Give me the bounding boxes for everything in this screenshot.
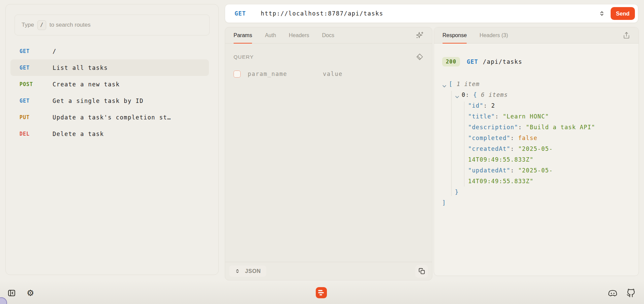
response-format-select[interactable]: JSON	[229, 266, 266, 277]
response-panel: ResponseHeaders (3) 200 GET /api/tasks […	[434, 27, 639, 276]
tab-response[interactable]: Response	[442, 27, 467, 43]
json-token-num: 0	[462, 91, 465, 98]
json-token-brace: ]	[442, 199, 446, 206]
tab-headers[interactable]: Headers	[289, 27, 309, 43]
request-bar[interactable]: GET http://localhost:8787/api/tasks Send	[225, 4, 638, 23]
sidebar: Type / to search routes GET/GETList all …	[5, 4, 219, 275]
route-item[interactable]: GETList all tasks	[10, 59, 209, 76]
route-item[interactable]: POSTCreate a new task	[10, 76, 209, 92]
route-method: POST	[20, 81, 53, 87]
indent-guide	[451, 91, 452, 196]
json-token-num: 2	[491, 102, 495, 109]
route-method: PUT	[20, 114, 53, 120]
json-token-key: "updatedAt"	[468, 167, 511, 174]
tab-auth[interactable]: Auth	[265, 27, 276, 43]
json-line: "updatedAt": "2025-05-	[442, 165, 631, 176]
route-method: GET	[20, 98, 53, 104]
response-path: /api/tasks	[483, 58, 522, 65]
copy-icon	[419, 268, 425, 274]
json-line: "completed": false	[442, 133, 631, 143]
json-token-key: "title"	[468, 113, 495, 120]
search-input[interactable]: Type / to search routes	[14, 15, 210, 35]
tab-docs[interactable]: Docs	[322, 27, 334, 43]
query-section-label: QUERY	[234, 54, 254, 60]
send-options-chevron-icon[interactable]	[599, 10, 605, 17]
route-item[interactable]: GETGet a single task by ID	[10, 92, 209, 109]
route-label: Delete a task	[53, 131, 104, 137]
response-tabs: ResponseHeaders (3)	[434, 27, 639, 44]
search-placeholder-suffix: to search routes	[50, 22, 91, 28]
response-status-row: 200 GET /api/tasks	[442, 57, 631, 66]
request-method-select[interactable]: GET	[235, 10, 246, 17]
json-token-str: "Build a task API"	[526, 124, 595, 131]
json-line: "title": "Learn HONC"	[442, 111, 631, 122]
routes-list: GET/GETList all tasksPOSTCreate a new ta…	[6, 43, 218, 142]
request-url-input[interactable]: http://localhost:8787/api/tasks	[261, 10, 384, 17]
corner-decoration	[0, 297, 7, 304]
param-name-input[interactable]	[247, 70, 316, 78]
json-token-punct: :	[465, 91, 473, 98]
route-label: Create a new task	[53, 81, 120, 88]
panel-toggle-icon[interactable]	[7, 289, 16, 297]
chevron-down-icon[interactable]	[455, 91, 462, 99]
tab-params[interactable]: Params	[234, 27, 252, 43]
json-token-str: 14T09:49:55.833Z"	[468, 156, 533, 163]
json-line: 0: { 6 items	[442, 89, 631, 100]
param-value-input[interactable]	[322, 70, 398, 78]
indent-guide	[464, 102, 464, 187]
params-footer-bar: JSON	[225, 262, 432, 280]
json-token-key: "completed"	[468, 135, 511, 141]
json-line: ]	[442, 197, 631, 208]
json-token-punct: :	[511, 145, 518, 152]
json-line: "description": "Build a task API"	[442, 122, 631, 133]
slash-key-badge: /	[37, 20, 46, 30]
json-token-punct: :	[495, 113, 503, 120]
json-token-bool: false	[518, 135, 538, 141]
route-method: GET	[20, 65, 53, 71]
route-label: Update a task's completion st…	[53, 114, 171, 121]
json-token-brace: [	[449, 81, 457, 87]
json-line: [ 1 item	[442, 79, 631, 89]
chevron-down-icon[interactable]	[442, 81, 449, 88]
params-panel: ParamsAuthHeadersDocs QUERY	[225, 27, 432, 280]
json-token-str: 14T09:49:55.833Z"	[468, 178, 533, 185]
send-button[interactable]: Send	[611, 7, 635, 20]
share-icon[interactable]	[623, 32, 630, 39]
sparkles-icon[interactable]	[415, 31, 424, 39]
json-line: }	[442, 187, 631, 197]
fiberplane-logo[interactable]	[316, 287, 327, 298]
route-method: DEL	[20, 131, 53, 137]
settings-gear-icon[interactable]: ⚙	[27, 289, 34, 297]
route-item[interactable]: DELDelete a task	[10, 126, 209, 142]
json-token-punct: :	[484, 102, 491, 109]
query-param-row	[234, 70, 424, 78]
params-tabs: ParamsAuthHeadersDocs	[225, 27, 432, 44]
status-badge: 200	[442, 57, 460, 66]
route-method: GET	[20, 48, 53, 54]
json-token-str: "2025-05-	[518, 145, 553, 152]
json-token-str: "Learn HONC"	[503, 113, 549, 120]
json-line: 14T09:49:55.833Z"	[442, 176, 631, 187]
copy-button[interactable]	[415, 265, 428, 278]
json-token-key: "id"	[468, 102, 484, 109]
response-json-tree: [ 1 item0: { 6 items"id": 2"title": "Lea…	[442, 79, 631, 208]
response-method: GET	[467, 58, 478, 65]
route-item[interactable]: GET/	[10, 43, 209, 59]
param-enabled-checkbox[interactable]	[234, 71, 241, 78]
json-token-brace: {	[473, 91, 481, 98]
search-placeholder-prefix: Type	[22, 22, 34, 28]
tab-headers-3[interactable]: Headers (3)	[480, 27, 508, 43]
route-item[interactable]: PUTUpdate a task's completion st…	[10, 109, 209, 126]
route-label: /	[53, 48, 57, 55]
json-line: "createdAt": "2025-05-	[442, 143, 631, 154]
eraser-icon[interactable]	[415, 53, 424, 61]
app-window: Type / to search routes GET/GETList all …	[0, 0, 644, 304]
json-token-meta: 6 items	[481, 91, 508, 98]
github-icon[interactable]	[626, 289, 635, 298]
json-token-brace: }	[455, 189, 459, 195]
format-label: JSON	[245, 268, 261, 274]
route-label: List all tasks	[53, 64, 108, 71]
json-token-key: "description"	[468, 124, 518, 131]
route-label: Get a single task by ID	[53, 98, 144, 104]
discord-icon[interactable]	[608, 289, 618, 297]
